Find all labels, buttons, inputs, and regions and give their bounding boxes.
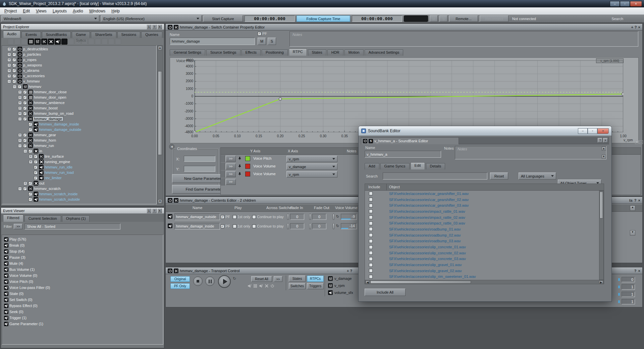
expand-icon[interactable]: +: [23, 182, 27, 185]
include-checkbox[interactable]: [369, 198, 373, 201]
expand-icon[interactable]: +: [18, 106, 22, 110]
checkbox[interactable]: ✓: [23, 117, 27, 121]
event-list-item[interactable]: Voice Pitch (0): [2, 279, 163, 285]
tree-scrollbar[interactable]: ▲ ▼: [157, 45, 163, 204]
tab-queries[interactable]: Queries: [141, 32, 162, 38]
slider-handle[interactable]: [333, 214, 334, 220]
object-row[interactable]: SFX\vehicles\accesories\slip_gravel_02.w…: [365, 268, 599, 274]
tree-item-hmmwv_damage_inside[interactable]: ✓hmmwv_damage_inside: [2, 121, 156, 127]
name-input[interactable]: [170, 38, 255, 45]
follow-capture-time-button[interactable]: Follow Capture Time: [297, 15, 350, 22]
first-only-toggle[interactable]: 1st only: [233, 224, 250, 228]
maximize-button[interactable]: ▫: [588, 128, 597, 134]
filter-icon[interactable]: [61, 39, 67, 45]
original-toggle[interactable]: Original: [170, 276, 190, 282]
play-button[interactable]: [218, 275, 231, 288]
checkbox[interactable]: ✓: [12, 74, 16, 78]
tree-item-hmmwv_door_open[interactable]: +✓hmmwv_door_open: [2, 95, 156, 100]
checkbox[interactable]: ✓: [29, 182, 32, 185]
scroll-right-icon[interactable]: ▶: [599, 281, 603, 284]
event-list-item[interactable]: Seek (0): [2, 309, 163, 315]
curve-point[interactable]: [622, 93, 623, 95]
tree-item-in[interactable]: −✓in: [2, 148, 156, 154]
expand-icon[interactable]: +: [7, 53, 11, 56]
start-capture-button[interactable]: Start Capture: [203, 15, 243, 22]
object-row[interactable]: SFX\vehicles\accesories\car_gearshifter_…: [365, 191, 599, 197]
tree-item-p_destructibles[interactable]: +✓p_destructibles: [2, 46, 156, 52]
include-checkbox[interactable]: [369, 221, 373, 225]
checkbox[interactable]: ✓: [23, 144, 27, 148]
search-label[interactable]: Search: [611, 17, 623, 21]
notes-field[interactable]: Notes: [289, 31, 638, 47]
pf-checkbox[interactable]: ✓: [221, 215, 224, 219]
power-icon[interactable]: [363, 139, 367, 143]
tree-item-tire_surface[interactable]: +✓tire_surface: [2, 154, 156, 159]
show-states-button[interactable]: States: [289, 276, 306, 282]
checkbox[interactable]: ✓: [34, 160, 38, 164]
event-list-item[interactable]: Voice Volume (0): [2, 272, 163, 279]
tree-item-v_abrams[interactable]: +✓v_abrams: [2, 68, 156, 73]
tab-sharesets[interactable]: ShareSets: [91, 32, 116, 38]
maximize-button[interactable]: ▫: [620, 1, 630, 7]
include-checkbox[interactable]: [369, 269, 373, 272]
expand-row-button[interactable]: >>: [226, 179, 236, 185]
expand-row-button[interactable]: >>: [226, 163, 236, 169]
expand-icon[interactable]: +: [29, 160, 33, 164]
tab-filtered[interactable]: Filtered: [3, 215, 23, 222]
checkbox[interactable]: ✓: [29, 198, 32, 201]
checkbox[interactable]: ✓: [29, 128, 32, 132]
x-coordinate-input[interactable]: [184, 156, 215, 162]
language-select[interactable]: English (US) (Reference): [101, 15, 202, 22]
column-header-voice-volume[interactable]: Voice Volume: [335, 206, 358, 210]
show-switches-button[interactable]: Switches: [289, 283, 306, 289]
menu-views[interactable]: Views: [33, 8, 50, 14]
layout-number-button[interactable]: 1: [147, 208, 151, 213]
scroll-up-icon[interactable]: ▲: [630, 205, 635, 211]
transport-aux-icon[interactable]: [265, 284, 269, 289]
pin-icon[interactable]: +: [631, 25, 633, 29]
object-row[interactable]: SFX\vehicles\accesories\slip_concrete_03…: [365, 256, 599, 262]
scroll-up-icon[interactable]: ▲: [158, 46, 162, 50]
checkbox[interactable]: ✓: [23, 101, 27, 105]
tree-view-icon[interactable]: [41, 39, 47, 45]
tab-game-syncs[interactable]: Game Syncs: [380, 163, 410, 169]
column-header-fade-in[interactable]: Fade In: [290, 206, 303, 210]
power-icon[interactable]: [168, 268, 172, 273]
refresh-icon[interactable]: ↻: [336, 214, 339, 219]
help-icon[interactable]: ?: [634, 198, 637, 202]
first-only-toggle[interactable]: 1st only: [233, 215, 250, 219]
first-only-checkbox[interactable]: [233, 215, 236, 219]
loop-icon[interactable]: ↻: [233, 276, 236, 281]
object-row[interactable]: SFX\vehicles\accesories\slip_gravel_01.w…: [365, 262, 599, 268]
checkbox[interactable]: ✓: [34, 171, 38, 174]
tree-item-p_ropes[interactable]: +✓p_ropes: [2, 57, 156, 62]
expand-icon[interactable]: +: [18, 90, 22, 94]
scrollbar-thumb[interactable]: [158, 71, 162, 155]
x-axis-select[interactable]: v_damage: [286, 163, 337, 170]
checkbox[interactable]: ✓: [12, 47, 16, 51]
object-row[interactable]: SFX\vehicles\accesories\roadbump_03.wav: [365, 238, 599, 244]
scroll-down-icon[interactable]: ▼: [602, 155, 606, 159]
tree-item-out[interactable]: +✓out: [2, 181, 156, 186]
transport-aux-icon[interactable]: [253, 284, 257, 289]
object-name-field[interactable]: hmmwv_damage_outside: [174, 213, 220, 220]
game-sync-volume_sfx[interactable]: volume_sfx: [328, 290, 353, 295]
expand-icon[interactable]: +: [18, 101, 22, 105]
search-input[interactable]: [383, 172, 487, 180]
collapse-icon[interactable]: −: [23, 149, 27, 153]
expand-row-button[interactable]: >>: [226, 171, 236, 177]
checkbox[interactable]: ✓: [23, 112, 27, 115]
checkbox[interactable]: ✓: [12, 80, 16, 83]
tree-item-rev_limiter[interactable]: ✓rev_limiter: [2, 175, 156, 181]
checkbox[interactable]: ✓: [23, 187, 27, 191]
tree-item-hmmwv_gear[interactable]: +✓hmmwv_gear: [2, 132, 156, 138]
column-header-fade-out[interactable]: Fade Out: [314, 206, 329, 210]
checkbox[interactable]: ✓: [23, 96, 27, 99]
mute-icon[interactable]: [55, 39, 61, 45]
tree-item-hmmwv_boost[interactable]: +✓hmmwv_boost: [2, 105, 156, 111]
help-icon[interactable]: ?: [634, 269, 637, 273]
include-checkbox[interactable]: [369, 239, 373, 243]
tree-item-running_engine[interactable]: +✓running_engine: [2, 159, 156, 164]
fade-in-value[interactable]: 0: [290, 214, 304, 220]
menu-edit[interactable]: Edit: [20, 8, 33, 14]
